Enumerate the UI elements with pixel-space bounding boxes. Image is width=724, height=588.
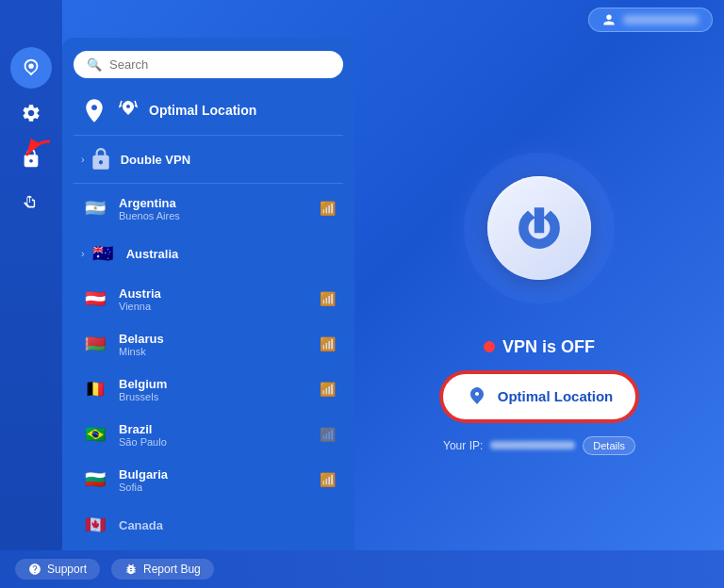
report-bug-label: Report Bug — [143, 563, 201, 576]
list-item-brazil[interactable]: 🇧🇷 Brazil São Paulo 📶 — [74, 412, 343, 457]
list-item-belgium[interactable]: 🇧🇪 Belgium Brussels 📶 — [74, 367, 343, 412]
city-argentina: Buenos Aires — [119, 210, 320, 221]
list-item-argentina[interactable]: 🇦🇷 Argentina Buenos Aires 📶 — [74, 186, 343, 231]
optimal-btn-label: Optimal Location — [498, 388, 614, 404]
city-austria: Vienna — [119, 301, 320, 312]
flag-argentina: 🇦🇷 — [81, 194, 109, 222]
country-info-austria: Austria Vienna — [119, 286, 320, 312]
signal-austria: 📶 — [320, 291, 336, 306]
user-icon — [602, 13, 616, 26]
flag-brazil: 🇧🇷 — [81, 420, 109, 449]
search-box[interactable]: 🔍 — [74, 51, 343, 78]
rocket-icon-list — [81, 97, 107, 123]
sidebar-item-settings[interactable] — [10, 92, 52, 134]
flag-australia: 🇦🇺 — [89, 239, 117, 268]
city-bulgaria: Sofia — [119, 482, 320, 493]
country-name-austria: Austria — [119, 286, 320, 301]
details-button[interactable]: Details — [583, 436, 635, 455]
ip-label: Your IP: — [443, 439, 483, 452]
city-brazil: São Paulo — [119, 436, 320, 448]
rocket-nav-icon — [117, 99, 140, 122]
red-arrow-indicator — [17, 137, 55, 169]
list-item-belarus[interactable]: 🇧🇾 Belarus Minsk 📶 — [74, 321, 343, 367]
power-button[interactable] — [487, 176, 591, 280]
list-item-australia[interactable]: › 🇦🇺 Australia — [74, 231, 343, 276]
city-belarus: Minsk — [119, 346, 320, 357]
signal-belarus: 📶 — [320, 336, 336, 351]
list-item-austria[interactable]: 🇦🇹 Austria Vienna 📶 — [74, 276, 343, 321]
search-input[interactable] — [109, 57, 330, 72]
country-info-canada: Canada — [119, 518, 336, 532]
flag-belgium: 🇧🇪 — [81, 375, 109, 403]
status-dot-off — [484, 341, 495, 352]
hand-icon — [21, 193, 41, 214]
sidebar-item-locations[interactable] — [10, 47, 52, 89]
gear-icon — [21, 103, 41, 123]
country-info-brazil: Brazil São Paulo — [119, 422, 320, 448]
country-info-bulgaria: Bulgaria Sofia — [119, 467, 320, 493]
country-info-belarus: Belarus Minsk — [119, 332, 320, 357]
signal-bulgaria: 📶 — [320, 472, 336, 487]
list-item-bulgaria[interactable]: 🇧🇬 Bulgaria Sofia 📶 — [74, 457, 343, 502]
double-vpn-label: Double VPN — [121, 153, 190, 167]
country-name-belarus: Belarus — [119, 332, 320, 346]
rocket-icon — [21, 57, 41, 78]
ip-value — [490, 441, 575, 449]
divider-1 — [74, 135, 343, 136]
country-name-argentina: Argentina — [119, 196, 320, 210]
country-name-belgium: Belgium — [119, 377, 320, 391]
country-info-australia: Australia — [126, 247, 336, 261]
support-label: Support — [47, 563, 87, 576]
optimal-location-item[interactable]: Optimal Location — [74, 88, 343, 133]
support-icon — [28, 563, 41, 576]
expand-arrow-australia: › — [81, 248, 85, 259]
location-list: Optimal Location › Double VPN 🇦🇷 Argenti… — [74, 88, 343, 588]
list-item-canada[interactable]: 🇨🇦 Canada — [74, 502, 343, 547]
bug-icon — [124, 563, 138, 576]
country-name-canada: Canada — [119, 518, 336, 532]
flag-bulgaria: 🇧🇬 — [81, 466, 109, 494]
lock-icon-doublevpn — [89, 147, 113, 172]
flag-canada: 🇨🇦 — [81, 511, 109, 539]
power-icon — [516, 204, 563, 252]
country-name-bulgaria: Bulgaria — [119, 467, 320, 482]
expand-arrow-doublevpn: › — [81, 154, 85, 165]
power-mid-ring — [464, 153, 615, 303]
support-button[interactable]: Support — [15, 559, 100, 580]
search-icon: 🔍 — [87, 57, 102, 72]
sidebar-item-shield[interactable] — [10, 183, 52, 224]
signal-brazil: 📶 — [320, 427, 336, 442]
power-button-area — [445, 134, 634, 322]
bottom-bar: Support Report Bug — [0, 550, 724, 588]
flag-austria: 🇦🇹 — [81, 285, 109, 313]
optimal-location-label: Optimal Location — [149, 103, 256, 118]
user-account-button[interactable] — [588, 8, 713, 32]
vpn-status: VPN is OFF — [484, 337, 595, 357]
report-bug-button[interactable]: Report Bug — [111, 559, 214, 580]
vpn-status-label: VPN is OFF — [502, 337, 595, 357]
country-name-brazil: Brazil — [119, 422, 320, 436]
signal-argentina: 📶 — [320, 201, 336, 216]
rocket-icon-btn — [466, 385, 488, 408]
username-display — [623, 15, 699, 24]
sidebar — [0, 0, 62, 588]
vpn-panel: VPN is OFF Optimal Location Your IP: Det… — [354, 38, 724, 550]
signal-belgium: 📶 — [320, 382, 336, 397]
city-belgium: Brussels — [119, 391, 320, 402]
double-vpn-item[interactable]: › Double VPN — [74, 138, 343, 181]
country-info-argentina: Argentina Buenos Aires — [119, 196, 320, 221]
optimal-location-button[interactable]: Optimal Location — [441, 372, 638, 421]
locations-panel: 🔍 Optimal Location › Double VPN — [62, 38, 354, 588]
ip-row: Your IP: Details — [443, 436, 635, 455]
country-name-australia: Australia — [126, 247, 336, 261]
divider-2 — [74, 183, 343, 184]
flag-belarus: 🇧🇾 — [81, 330, 109, 358]
country-info-belgium: Belgium Brussels — [119, 377, 320, 402]
